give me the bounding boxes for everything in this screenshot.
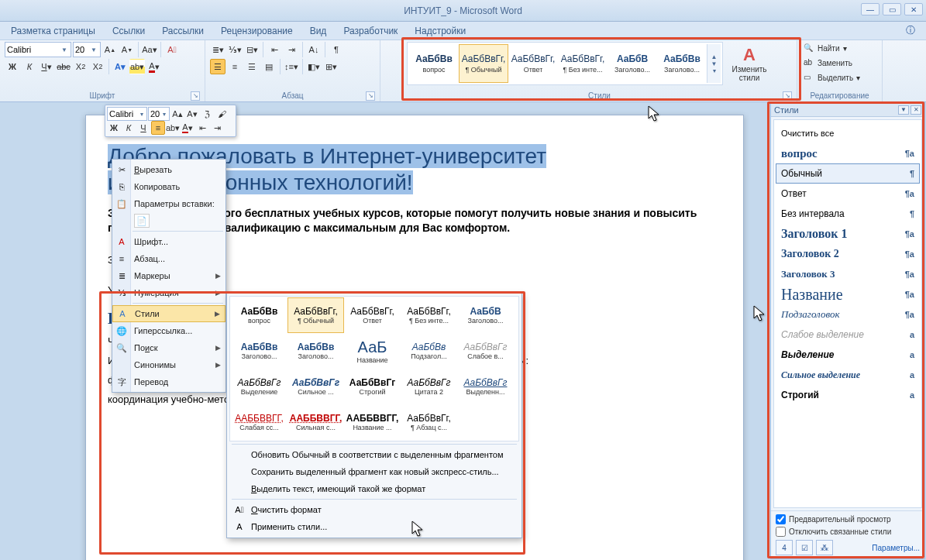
ctx-para[interactable]: ≡Абзац... xyxy=(112,250,225,267)
tab-pagelayout[interactable]: Разметка страницы xyxy=(11,26,95,36)
chevron-down-icon[interactable]: ▼ xyxy=(60,46,69,53)
numbering-button[interactable]: ⅓▾ xyxy=(227,42,243,57)
styles-clear[interactable]: AͮОчистить формат xyxy=(229,501,519,518)
mini-align-left[interactable]: ≡ xyxy=(151,121,165,135)
mini-styles-button[interactable]: ℨ xyxy=(200,107,214,121)
linked-checkbox[interactable]: Отключить связанные стили xyxy=(776,527,920,537)
indent-dec-button[interactable]: ⇤ xyxy=(267,42,282,57)
align-justify-button[interactable]: ▤ xyxy=(261,59,277,74)
pane-style-item[interactable]: Обычный¶ xyxy=(776,163,920,184)
highlight-button[interactable]: ab▾ xyxy=(129,59,145,74)
clear-format-button[interactable]: Aͮ xyxy=(164,42,180,57)
pane-style-item[interactable]: вопрос¶a xyxy=(776,143,920,163)
shrink-font-button[interactable]: A▼ xyxy=(119,42,135,57)
align-right-button[interactable]: ☰ xyxy=(244,59,260,74)
gallery-more-button[interactable]: ▲▼▾ xyxy=(707,44,721,83)
mini-underline[interactable]: Ч xyxy=(136,121,150,135)
styles-update[interactable]: Обновить Обычный в соответствии с выделе… xyxy=(229,446,519,463)
style-cell[interactable]: АаБбВвГгСтрогий xyxy=(344,369,401,404)
minimize-button[interactable]: — xyxy=(861,3,880,15)
pane-style-item[interactable]: Строгийa xyxy=(776,385,920,405)
style-item-heading1[interactable]: АаБбВЗаголово... xyxy=(608,44,657,83)
mini-indent-dec[interactable]: ⇤ xyxy=(195,121,209,135)
style-item-normal[interactable]: АаБбВвГг,¶ Обычный xyxy=(459,44,508,83)
align-left-button[interactable]: ☰ xyxy=(210,59,225,74)
pane-style-item[interactable]: Без интервала¶ xyxy=(776,204,920,224)
mini-fontcolor[interactable]: A▾ xyxy=(181,121,194,135)
mini-grow-button[interactable]: A▴ xyxy=(170,107,184,121)
style-cell[interactable]: АаБбВвГг,¶ Абзац с... xyxy=(401,404,457,440)
style-cell[interactable]: ААББВВГГ,Сильная с... xyxy=(287,404,344,440)
show-marks-button[interactable]: ¶ xyxy=(329,42,344,57)
styles-apply[interactable]: AПрименить стили... xyxy=(229,518,519,535)
replace-button[interactable]: abЗаменить xyxy=(802,57,854,70)
style-cell[interactable]: АаБбВвГгЦитата 2 xyxy=(401,369,457,404)
change-styles-button[interactable]: A Изменить стили xyxy=(726,42,773,85)
ctx-translate[interactable]: 字Перевод xyxy=(112,373,225,390)
mini-format-painter[interactable]: 🖌 xyxy=(215,107,229,121)
pane-dropdown-button[interactable]: ▼ xyxy=(898,105,909,115)
linespacing-button[interactable]: ↕≡▾ xyxy=(284,59,299,74)
style-item-heading2[interactable]: АаБбВвЗаголово... xyxy=(657,44,707,83)
ctx-copy[interactable]: ⎘Копировать xyxy=(112,178,225,195)
style-cell[interactable]: АаБбВвГгСильное ... xyxy=(287,369,344,404)
pane-style-item[interactable]: Заголовок 3¶a xyxy=(776,264,920,284)
style-item-otvet[interactable]: АаБбВвГг,Ответ xyxy=(508,44,558,83)
ctx-styles[interactable]: AСтили▶ xyxy=(112,305,225,322)
pane-style-item[interactable]: Сильное выделениеa xyxy=(776,365,920,385)
style-cell[interactable]: ААББВВГГ,Название ... xyxy=(344,404,401,440)
ctx-bullets[interactable]: ≣Маркеры▶ xyxy=(112,267,225,284)
align-center-button[interactable]: ≡ xyxy=(227,59,243,74)
font-combo[interactable]: ▼ xyxy=(5,42,71,57)
chevron-down-icon[interactable]: ▼ xyxy=(89,46,98,53)
style-cell[interactable]: АаБбВвГгВыделение xyxy=(231,369,287,404)
pane-clear-all[interactable]: Очистить все xyxy=(776,123,920,143)
style-inspector-button[interactable]: ☑ xyxy=(796,540,813,555)
tab-mailings[interactable]: Рассылки xyxy=(162,26,204,36)
mini-size-combo[interactable]: ▾ xyxy=(148,107,170,121)
styles-saveas[interactable]: Сохранить выделенный фрагмент как новый … xyxy=(229,463,519,480)
tab-references[interactable]: Ссылки xyxy=(112,26,145,36)
font-color-button[interactable]: A▾ xyxy=(146,59,162,74)
help-icon[interactable]: ⓘ xyxy=(906,24,915,37)
style-cell[interactable]: АаБбВввопрос xyxy=(231,297,287,333)
manage-styles-button[interactable]: ⁂ xyxy=(816,540,833,555)
ctx-search[interactable]: 🔍Поиск▶ xyxy=(112,339,225,356)
multilevel-button[interactable]: ⊟▾ xyxy=(244,42,260,57)
mini-font-combo[interactable]: ▾ xyxy=(107,107,147,121)
ctx-hyperlink[interactable]: 🌐Гиперссылка... xyxy=(112,322,225,339)
tab-developer[interactable]: Разработчик xyxy=(343,26,398,36)
style-item-vopros[interactable]: АаБбВввопрос xyxy=(409,44,459,83)
style-cell[interactable]: АаБбВвПодзагол... xyxy=(401,333,457,369)
pane-style-item[interactable]: Название¶a xyxy=(776,284,920,304)
style-cell[interactable]: АаБбВвЗаголово... xyxy=(287,333,344,369)
pane-style-item[interactable]: Заголовок 1¶a xyxy=(776,224,920,244)
shading-button[interactable]: ◧▾ xyxy=(306,59,322,74)
underline-button[interactable]: Ч▾ xyxy=(39,59,54,74)
pane-style-item[interactable]: Выделениеa xyxy=(776,345,920,365)
style-cell[interactable]: АаБбВвГг,¶ Обычный xyxy=(287,297,344,333)
ctx-font[interactable]: AШрифт... xyxy=(112,233,225,250)
find-button[interactable]: 🔍Найти▾ xyxy=(802,43,849,55)
preview-checkbox[interactable]: Предварительный просмотр xyxy=(776,514,920,524)
mini-bold[interactable]: Ж xyxy=(107,121,121,135)
text-effects-button[interactable]: A▾ xyxy=(112,59,128,74)
ctx-numbering[interactable]: ⅓Нумерация▶ xyxy=(112,284,225,301)
pane-style-item[interactable]: Заголовок 2¶a xyxy=(776,244,920,264)
chevron-down-icon[interactable]: ▾ xyxy=(139,111,145,118)
para-dialog-launcher[interactable]: ↘ xyxy=(366,91,375,101)
ctx-paste-keep[interactable]: 📄 xyxy=(112,212,225,229)
sort-button[interactable]: A↓ xyxy=(306,42,322,57)
new-style-button[interactable]: 4 xyxy=(776,540,793,555)
style-cell[interactable]: ААББВВГГ,Слабая сс... xyxy=(231,404,287,440)
styles-selectsame[interactable]: Выделить текст, имеющий такой же формат xyxy=(229,480,519,497)
ctx-synonyms[interactable]: Синонимы▶ xyxy=(112,356,225,373)
maximize-button[interactable]: ▭ xyxy=(883,3,901,15)
styles-dialog-launcher[interactable]: ↘ xyxy=(783,91,792,101)
style-cell[interactable]: АаБбВвГг,¶ Без инте... xyxy=(401,297,457,333)
bullets-button[interactable]: ≣▾ xyxy=(210,42,225,57)
fontsize-combo[interactable]: ▼ xyxy=(73,42,101,57)
indent-inc-button[interactable]: ⇥ xyxy=(284,42,299,57)
style-cell[interactable]: АаБНазвание xyxy=(344,333,401,369)
change-case-button[interactable]: Aa▾ xyxy=(142,42,157,57)
